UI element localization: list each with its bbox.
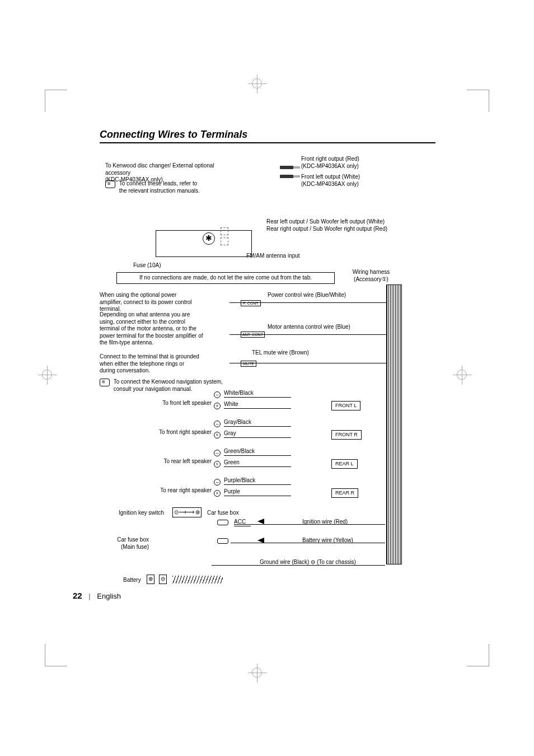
front-right-text: Front right output (Red): [301, 156, 359, 162]
fl-label: To front left speaker: [161, 400, 212, 407]
rear-left-text: Rear left output / Sub Woofer left outpu…: [266, 218, 385, 225]
rca-front-left-icon: [280, 175, 300, 178]
port-icon-1: [221, 227, 228, 235]
rl-pos-icon: +: [214, 461, 221, 468]
tab-note-text: If no connections are made, do not let t…: [139, 274, 312, 281]
rl-pos: Green: [224, 459, 291, 467]
main-fuse-label: Car fuse box (Main fuse): [110, 536, 149, 550]
nav-note: To connect the Kenwood navigation system…: [100, 379, 240, 393]
registration-mark-left: [42, 370, 52, 380]
nav-manual-icon: [100, 379, 110, 386]
front-left-text: Front left output (White): [301, 174, 360, 180]
fr-label: To front right speaker: [158, 429, 212, 436]
manual-note: To connect these leads, refer to the rel…: [105, 180, 206, 194]
rr-label: To rear right speaker: [158, 487, 212, 494]
front-right-output: Front right output (Red) (KDC-MP4036AX o…: [301, 156, 359, 170]
rr-neg: Purple/Black: [224, 477, 291, 485]
rca-front-right-icon: [280, 166, 300, 169]
fr-pos: Gray: [224, 430, 291, 438]
rl-box: REAR L: [331, 459, 358, 469]
rr-box: REAR R: [331, 488, 358, 498]
pcont-line: [229, 302, 386, 303]
disc-changer-text: To Kenwood disc changer/ External option…: [105, 162, 214, 176]
acc-label: ACC: [234, 519, 251, 526]
pcont-wire: Power control wire (Blue/White): [268, 292, 346, 299]
harness-sub: (Accessory①): [354, 276, 388, 282]
tel-note: Connect to the terminal that is grounded…: [100, 353, 200, 375]
ign-switch-label: Ignition key switch: [119, 510, 164, 517]
section-title: Connecting Wires to Terminals: [100, 129, 435, 143]
amp-note: When using the optional power amplifier,…: [100, 292, 198, 313]
footer-separator: |: [88, 592, 90, 600]
registration-mark-right: [457, 370, 467, 380]
crop-mark-br: [467, 644, 489, 666]
page-footer: 22 | English: [73, 591, 121, 600]
rr-neg-icon: –: [214, 479, 221, 486]
rl-neg-icon: –: [214, 450, 221, 456]
front-right-model: (KDC-MP4036AX only): [301, 163, 359, 169]
rl-neg: Green/Black: [224, 448, 291, 456]
gnd-line: [212, 565, 385, 566]
car-fuse-label: Car fuse box: [207, 510, 239, 517]
battery-label: Battery: [123, 577, 141, 584]
page-language: English: [97, 592, 121, 600]
acc-arrow-icon: [257, 519, 264, 524]
rl-label: To rear left speaker: [161, 458, 212, 465]
tab-note-box: If no connections are made, do not let t…: [116, 272, 335, 284]
cooling-fan-icon: [203, 232, 215, 245]
registration-mark-top: [252, 78, 262, 88]
manual-icon: [105, 180, 115, 188]
rr-pos: Purple: [224, 488, 291, 496]
fl-neg-icon: –: [214, 391, 221, 398]
fl-neg: White/Black: [224, 390, 291, 398]
fr-neg: Gray/Black: [224, 419, 291, 427]
tel-wire: TEL mute wire (Brown): [252, 349, 309, 357]
fuse-label: Fuse (10A): [133, 262, 161, 269]
rear-right-text: Rear right output / Sub Woofer right out…: [266, 226, 387, 232]
acc-fuse-icon: [217, 520, 228, 525]
rr-pos-icon: +: [214, 490, 221, 497]
harness-label: Wiring harness (Accessory①): [346, 269, 396, 283]
harness-text: Wiring harness: [353, 269, 390, 275]
fl-pos: White: [224, 401, 291, 409]
ant-line: [229, 334, 386, 335]
ant-wire: Motor antenna control wire (Blue): [268, 324, 350, 331]
port-icon-2: [221, 237, 228, 245]
manual-note-text: To connect these leads, refer to the rel…: [119, 180, 203, 194]
mute-tag: MUTE: [241, 361, 256, 367]
crop-mark-bl: [45, 644, 67, 666]
harness-bundle: [386, 284, 402, 564]
fr-box: FRONT R: [331, 430, 362, 440]
battery-plus-icon: ⊕: [147, 575, 154, 584]
front-left-output: Front left output (White) (KDC-MP4036AX …: [301, 174, 360, 188]
fl-box: FRONT L: [331, 401, 360, 410]
wiring-diagram: To Kenwood disc changer/ External option…: [100, 166, 435, 619]
nav-note-text: To connect the Kenwood navigation system…: [114, 379, 231, 393]
front-left-model: (KDC-MP4036AX only): [301, 181, 359, 187]
mute-line: [229, 363, 386, 363]
fr-neg-icon: –: [214, 421, 221, 427]
chassis-hatch: [172, 576, 223, 584]
antenna-note: Depending on what antenna you are using,…: [100, 311, 203, 347]
fl-pos-icon: +: [214, 403, 221, 409]
rear-outputs: Rear left output / Sub Woofer left outpu…: [266, 218, 412, 232]
pcont-tag: P. CONT: [241, 300, 261, 306]
bat-line: [231, 543, 385, 543]
ign-line: [234, 524, 385, 525]
page-number: 22: [73, 591, 82, 600]
crop-mark-tr: [467, 90, 489, 112]
fr-pos-icon: +: [214, 432, 221, 438]
ign-key-icon: ⊙⟶⟶ ⊛: [172, 507, 202, 517]
battery-minus-icon: ⊖: [159, 575, 167, 584]
fmam-label: FM/AM antenna input: [246, 253, 300, 260]
crop-mark-tl: [45, 90, 67, 112]
bat-fuse-icon: [217, 538, 228, 544]
registration-mark-bottom: [252, 668, 262, 678]
